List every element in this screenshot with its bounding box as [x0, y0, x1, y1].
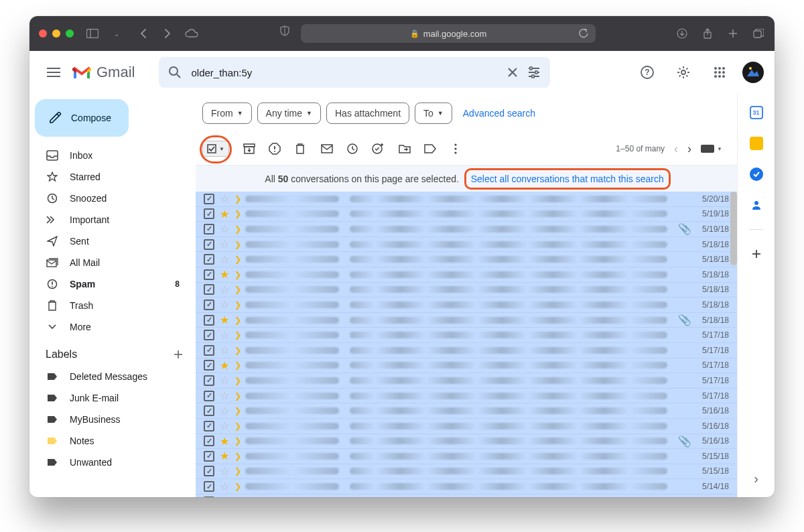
scrollbar-thumb[interactable] — [730, 192, 737, 265]
row-checkbox[interactable] — [204, 466, 214, 476]
email-row[interactable]: ★ ❯ 5/19/18 — [196, 207, 737, 222]
new-tab-icon[interactable] — [726, 27, 740, 40]
tabs-icon[interactable] — [752, 27, 765, 40]
keep-app-icon[interactable] — [750, 137, 763, 150]
star-icon[interactable]: ☆ — [218, 465, 230, 478]
next-page-button[interactable]: › — [687, 142, 691, 156]
star-icon[interactable]: ☆ — [218, 253, 230, 266]
download-icon[interactable] — [675, 27, 689, 40]
star-icon[interactable]: ★ — [218, 268, 230, 281]
label-item-mybusiness[interactable]: MyBusiness — [29, 409, 188, 430]
important-marker-icon[interactable]: ❯ — [234, 406, 241, 415]
email-row[interactable]: ☆ ❯ 5/15/18 — [196, 464, 737, 480]
tab-group-dropdown-icon[interactable]: ⌄ — [110, 27, 123, 40]
filter-attachment-chip[interactable]: Has attachment — [326, 103, 409, 124]
row-checkbox[interactable] — [204, 330, 214, 340]
email-row[interactable]: ☆ ❯ 5/20/18 — [196, 192, 737, 207]
important-marker-icon[interactable]: ❯ — [234, 224, 241, 234]
row-checkbox[interactable] — [204, 360, 214, 371]
row-checkbox[interactable] — [204, 345, 214, 356]
star-icon[interactable]: ★ — [218, 359, 230, 372]
star-icon[interactable]: ☆ — [218, 192, 230, 205]
email-row[interactable]: ☆ ❯ 5/17/18 — [196, 373, 737, 389]
delete-button[interactable] — [293, 142, 307, 155]
star-icon[interactable]: ★ — [218, 450, 230, 462]
main-menu-button[interactable] — [40, 59, 67, 86]
search-input[interactable] — [191, 67, 498, 78]
star-icon[interactable]: ☆ — [218, 222, 230, 235]
maximize-window-icon[interactable] — [66, 29, 74, 38]
row-checkbox[interactable] — [204, 451, 214, 462]
contacts-app-icon[interactable] — [750, 198, 763, 212]
nav-item-starred[interactable]: Starred — [29, 166, 188, 188]
email-row[interactable]: ☆ ❯ 5/17/18 — [196, 328, 737, 343]
email-row[interactable]: ★ ❯ 📎 5/16/18 — [196, 434, 737, 450]
share-icon[interactable] — [701, 27, 714, 40]
add-app-button[interactable] — [750, 247, 763, 261]
star-icon[interactable]: ☆ — [218, 329, 230, 342]
input-tool-button[interactable]: ▼ — [701, 145, 722, 153]
star-icon[interactable]: ★ — [218, 435, 230, 448]
row-checkbox[interactable] — [204, 254, 214, 265]
star-icon[interactable]: ☆ — [218, 389, 230, 402]
email-row[interactable]: ★ ❯ 5/15/18 — [196, 449, 737, 464]
important-marker-icon[interactable]: ❯ — [234, 376, 241, 385]
collapse-panel-button[interactable]: › — [754, 471, 758, 486]
nav-item-snoozed[interactable]: Snoozed — [29, 188, 188, 209]
clear-search-icon[interactable] — [507, 67, 518, 78]
email-row[interactable]: ☆ ❯ 5/18/18 — [196, 252, 737, 267]
back-icon[interactable] — [137, 27, 150, 40]
row-checkbox[interactable] — [204, 224, 214, 235]
star-icon[interactable]: ☆ — [218, 238, 230, 251]
add-label-icon[interactable] — [173, 349, 184, 360]
archive-button[interactable] — [243, 142, 256, 155]
email-row[interactable]: ★ ❯ 5/18/18 — [196, 267, 737, 283]
nav-item-all-mail[interactable]: All Mail — [29, 252, 188, 273]
email-row[interactable]: ☆ ❯ 5/17/18 — [196, 389, 737, 404]
window-controls[interactable] — [39, 29, 74, 38]
label-item-notes[interactable]: Notes — [29, 430, 188, 452]
email-row[interactable]: ☆ ❯ 5/17/18 — [196, 343, 737, 358]
important-marker-icon[interactable]: ❯ — [234, 436, 241, 446]
important-marker-icon[interactable]: ❯ — [234, 240, 241, 249]
address-bar[interactable]: 🔒 mail.google.com — [301, 24, 596, 43]
row-checkbox[interactable] — [204, 194, 214, 204]
prev-page-button[interactable]: ‹ — [674, 142, 678, 156]
label-item-junk-e-mail[interactable]: Junk E-mail — [29, 387, 188, 409]
star-icon[interactable]: ☆ — [218, 480, 230, 493]
add-to-tasks-button[interactable] — [371, 142, 385, 155]
important-marker-icon[interactable]: ❯ — [234, 270, 241, 279]
star-icon[interactable]: ☆ — [218, 419, 230, 432]
minimize-window-icon[interactable] — [52, 29, 60, 38]
support-button[interactable]: ? — [634, 59, 661, 86]
email-row[interactable]: ☆ ❯ 5/18/18 — [196, 237, 737, 253]
star-icon[interactable]: ☆ — [218, 495, 230, 497]
select-all-conversations-link[interactable]: Select all conversations that match this… — [467, 172, 668, 186]
row-checkbox[interactable] — [204, 436, 214, 446]
email-row[interactable]: ☆ ❯ 5/18/18 — [196, 297, 737, 313]
cloud-icon[interactable] — [185, 27, 198, 40]
report-spam-button[interactable] — [268, 142, 281, 155]
important-marker-icon[interactable]: ❯ — [234, 255, 241, 264]
apps-button[interactable] — [706, 59, 733, 86]
star-icon[interactable]: ☆ — [218, 344, 230, 356]
email-list[interactable]: ☆ ❯ 5/20/18 ★ ❯ 5/19/18 ☆ ❯ 📎 5/19/18 ☆ … — [196, 192, 737, 497]
email-row[interactable]: ☆ ❯ 5/16/18 — [196, 403, 737, 419]
row-checkbox[interactable] — [204, 496, 214, 497]
row-checkbox[interactable] — [204, 421, 214, 431]
gmail-logo[interactable]: Gmail — [72, 64, 135, 81]
nav-item-sent[interactable]: Sent — [29, 230, 188, 252]
important-marker-icon[interactable]: ❯ — [234, 482, 241, 491]
nav-item-important[interactable]: Important — [29, 209, 188, 230]
account-avatar[interactable] — [742, 62, 764, 83]
important-marker-icon[interactable]: ❯ — [234, 194, 241, 204]
important-marker-icon[interactable]: ❯ — [234, 316, 241, 325]
nav-item-trash[interactable]: Trash — [29, 295, 188, 316]
nav-item-inbox[interactable]: Inbox — [29, 145, 188, 166]
close-window-icon[interactable] — [39, 29, 47, 38]
sidebar-toggle-icon[interactable] — [86, 27, 99, 40]
email-row[interactable]: ☆ ❯ 📎 5/19/18 — [196, 222, 737, 237]
compose-button[interactable]: Compose — [35, 99, 129, 137]
email-row[interactable]: ☆ ❯ 5/16/18 — [196, 419, 737, 434]
star-icon[interactable]: ☆ — [218, 374, 230, 387]
